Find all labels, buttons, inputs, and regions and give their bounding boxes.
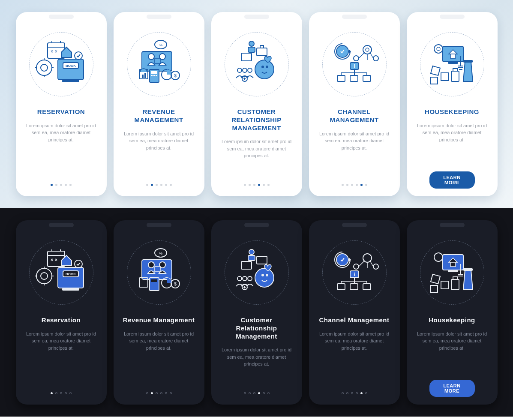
svg-rect-47 [350, 75, 358, 81]
svg-rect-109 [431, 285, 438, 292]
channel-icon: i [320, 238, 389, 307]
svg-point-82 [261, 274, 264, 276]
svg-rect-99 [337, 284, 345, 290]
card-desc: Lorem ipsum dolor sit amet pro id sem ea… [413, 122, 492, 144]
svg-point-42 [354, 56, 359, 61]
card-desc: Lorem ipsum dolor sit amet pro id sem ea… [217, 138, 296, 159]
svg-rect-17 [151, 71, 157, 74]
svg-rect-90 [257, 256, 267, 264]
card-desc: Lorem ipsum dolor sit amet pro id sem ea… [22, 330, 101, 352]
svg-point-28 [266, 66, 268, 68]
svg-point-31 [248, 68, 252, 72]
pager-dots[interactable] [16, 184, 107, 186]
svg-text:BOOK: BOOK [66, 64, 76, 68]
card-title: REVENUE MANAGEMENT [120, 108, 198, 124]
svg-text:i: i [354, 272, 355, 277]
svg-point-53 [434, 45, 443, 53]
reservation-icon: BOOK [27, 238, 96, 307]
onboarding-card-reservation-dark: BOOK Reservation Lorem ipsum dolor sit a… [16, 220, 107, 405]
svg-rect-48 [363, 75, 371, 81]
svg-point-81 [255, 268, 274, 287]
learn-more-button[interactable]: LEARN MORE [429, 171, 475, 189]
channel-icon: i [320, 30, 389, 99]
svg-point-68 [75, 260, 82, 268]
learn-more-button[interactable]: LEARN MORE [429, 380, 475, 397]
card-desc: Lorem ipsum dolor sit amet pro id sem ea… [217, 346, 296, 368]
pager-dots[interactable] [211, 392, 302, 394]
svg-point-11 [159, 54, 165, 60]
housekeeping-icon [418, 238, 486, 307]
card-desc: Lorem ipsum dolor sit amet pro id sem ea… [120, 330, 198, 352]
svg-point-86 [248, 276, 252, 281]
revenue-icon: $ % [125, 238, 193, 307]
svg-point-33 [249, 41, 254, 46]
onboarding-card-channel-dark: i Channel Management Lorem ipsum dolor s… [309, 220, 400, 405]
svg-point-70 [148, 262, 154, 268]
card-title: CUSTOMER RELATIONSHIP MANAGEMENT [217, 108, 296, 132]
svg-point-54 [437, 47, 440, 51]
card-title: Revenue Management [120, 316, 197, 324]
svg-text:BOOK: BOOK [66, 272, 76, 276]
svg-rect-19 [153, 75, 155, 76]
housekeeping-icon [418, 30, 486, 99]
onboarding-card-crm: CUSTOMER RELATIONSHIP MANAGEMENT Lorem i… [211, 12, 302, 196]
card-title: Channel Management [316, 316, 392, 324]
svg-rect-15 [144, 73, 146, 78]
svg-point-41 [366, 48, 369, 51]
svg-rect-36 [260, 45, 264, 48]
svg-point-84 [237, 276, 242, 281]
pager-dots[interactable] [211, 184, 302, 186]
pager-dots[interactable] [309, 392, 400, 394]
svg-point-4 [36, 60, 52, 75]
svg-rect-107 [430, 274, 440, 284]
svg-point-29 [237, 68, 242, 72]
svg-rect-55 [430, 66, 440, 75]
svg-rect-34 [248, 47, 255, 52]
card-desc: Lorem ipsum dolor sit amet pro id sem ea… [315, 130, 394, 152]
svg-point-95 [354, 264, 359, 269]
svg-rect-75 [151, 279, 157, 282]
revenue-icon: $ % [125, 30, 193, 99]
svg-rect-101 [363, 284, 371, 290]
svg-rect-69 [142, 260, 172, 279]
svg-marker-67 [61, 255, 72, 266]
svg-text:$: $ [174, 73, 177, 78]
svg-text:%: % [159, 43, 162, 47]
svg-point-85 [243, 276, 247, 281]
card-title: Customer Relationship Management [217, 316, 296, 340]
svg-rect-51 [450, 54, 456, 58]
svg-rect-52 [448, 62, 458, 64]
pager-dots[interactable] [114, 184, 204, 186]
onboarding-card-crm-dark: Customer Relationship Management Lorem i… [211, 220, 302, 405]
onboarding-card-revenue: $ % REVENUE MANAGEMENT Lorem ipsum dolor… [114, 12, 204, 196]
card-desc: Lorem ipsum dolor sit amet pro id sem ea… [22, 122, 101, 144]
card-title: HOUSEKEEPING [422, 108, 482, 116]
svg-rect-100 [350, 284, 358, 290]
svg-point-106 [434, 253, 443, 261]
svg-point-83 [266, 274, 268, 276]
svg-point-65 [41, 273, 48, 279]
onboarding-card-housekeeping-dark: Housekeeping Lorem ipsum dolor sit amet … [407, 220, 498, 405]
svg-rect-105 [448, 270, 458, 272]
svg-point-71 [159, 262, 165, 268]
svg-marker-7 [61, 47, 72, 57]
onboarding-card-revenue-dark: $ % Revenue Management Lorem ipsum dolor… [114, 220, 204, 405]
pager-dots[interactable] [114, 392, 204, 394]
svg-rect-111 [451, 279, 459, 290]
svg-text:i: i [354, 63, 355, 69]
pager-dots[interactable] [16, 392, 107, 394]
svg-rect-57 [431, 77, 438, 84]
svg-point-26 [255, 60, 274, 79]
pager-dots[interactable] [309, 184, 400, 186]
svg-rect-58 [463, 60, 473, 63]
svg-rect-20 [156, 75, 157, 76]
svg-rect-56 [441, 73, 449, 81]
svg-point-8 [75, 52, 82, 60]
svg-point-27 [261, 66, 264, 68]
svg-point-64 [36, 268, 52, 284]
card-title: CHANNEL MANAGEMENT [315, 108, 394, 124]
card-title: RESERVATION [35, 108, 87, 116]
card-title: Housekeeping [426, 316, 478, 324]
svg-text:$: $ [174, 282, 177, 286]
card-desc: Lorem ipsum dolor sit amet pro id sem ea… [120, 130, 198, 152]
